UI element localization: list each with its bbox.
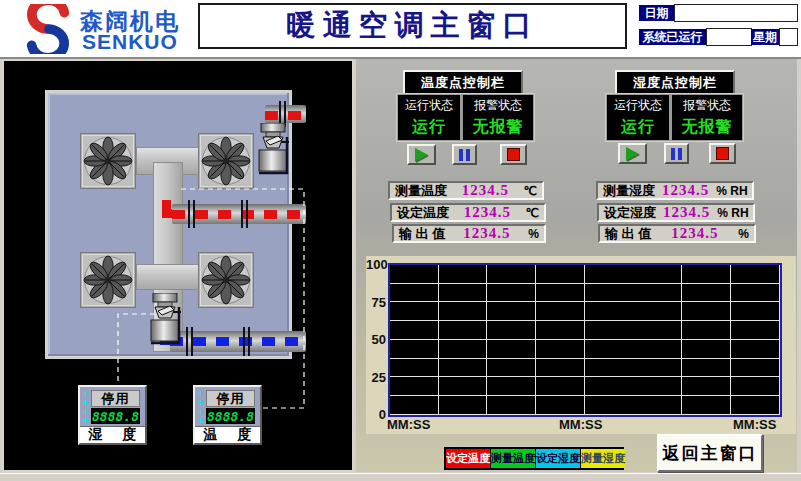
meter-label: 湿 度 <box>80 426 145 443</box>
y-axis-tick: 0 <box>366 407 386 422</box>
valve-icon <box>256 123 290 175</box>
legend-measured-humidity[interactable]: 测量湿度 <box>581 449 625 468</box>
measured-humidity-row: 测量湿度 1234.5 % RH <box>596 181 754 200</box>
temperature-control-bar-title: 温度点控制栏 <box>403 70 523 95</box>
duct-bottom <box>136 264 200 290</box>
play-icon <box>415 148 428 162</box>
runtime-label: 系统已运行 <box>639 29 706 45</box>
set-humidity-row: 设定湿度 1234.5 % RH <box>597 203 755 222</box>
play-icon <box>626 147 639 161</box>
date-label: 日期 <box>639 5 674 21</box>
x-axis-tick: MM:SS <box>387 417 430 432</box>
y-axis-tick: 50 <box>366 332 386 347</box>
fan-icon <box>80 133 136 189</box>
legend-set-temperature[interactable]: 设定温度 <box>446 449 490 468</box>
fan-icon <box>198 252 254 308</box>
return-main-window-button[interactable]: 返回主窗口 <box>657 434 763 472</box>
hvac-diagram-panel: ++ ++ 停用 8888.8 湿 度 ++ ++ 停用 8888.8 温 度 <box>2 59 354 472</box>
alarm-status-label: 报警状态 <box>683 97 731 114</box>
humidity-stop-button[interactable] <box>709 143 736 164</box>
stop-icon <box>507 148 520 161</box>
control-panel: 温度点控制栏 运行状态 运行 报警状态 无报警 测量温度 1234.5 ℃ 设定… <box>356 59 797 472</box>
y-axis-tick: 25 <box>366 370 386 385</box>
trend-plot-area <box>388 263 782 417</box>
pipe-flange <box>188 200 195 228</box>
header-bar: 森阔机电 SENKUO 暖通空调主窗口 日期 系统已运行 星期 <box>0 0 801 59</box>
humidity-meter: ++ ++ 停用 8888.8 湿 度 <box>78 385 147 445</box>
meter-tick-marks: ++ ++ <box>197 390 205 426</box>
temperature-stop-button[interactable] <box>500 144 527 165</box>
run-status-value: 运行 <box>621 117 655 138</box>
meter-label: 温 度 <box>195 426 260 443</box>
run-status-label: 运行状态 <box>614 97 662 114</box>
y-axis-tick: 75 <box>366 295 386 310</box>
runtime-field <box>706 28 752 46</box>
run-status-label: 运行状态 <box>405 97 453 114</box>
meter-tick-marks: ++ ++ <box>82 390 90 426</box>
alarm-status-box: 报警状态 无报警 <box>463 95 533 140</box>
valve-icon <box>148 293 182 345</box>
pipe-flange <box>241 200 248 228</box>
meter-status: 停用 <box>206 390 255 407</box>
alarm-status-box: 报警状态 无报警 <box>672 95 742 140</box>
bottom-strip <box>0 473 801 481</box>
humidity-start-button[interactable] <box>618 143 647 164</box>
window-title-box: 暖通空调主窗口 <box>198 3 627 49</box>
temperature-pause-button[interactable] <box>452 144 477 165</box>
trend-chart-panel: 100 75 50 25 0 MM:SS MM:SS MM:SS <box>366 256 796 434</box>
week-field <box>779 28 798 46</box>
senkuo-logo-icon <box>20 4 76 54</box>
page-title: 暖通空调主窗口 <box>287 6 539 46</box>
measured-temperature-row: 测量温度 1234.5 ℃ <box>388 181 544 200</box>
temperature-output-row: 输 出 值 1234.5 % <box>392 224 546 243</box>
humidity-control-bar-title: 湿度点控制栏 <box>615 70 735 95</box>
humidity-pause-button[interactable] <box>664 143 689 164</box>
run-status-value: 运行 <box>412 117 446 138</box>
humidity-status-group: 运行状态 运行 报警状态 无报警 <box>605 93 744 142</box>
temperature-meter: ++ ++ 停用 8888.8 温 度 <box>193 385 262 445</box>
humidity-output-row: 输 出 值 1234.5 % <box>598 224 756 243</box>
week-label: 星期 <box>751 29 779 45</box>
temperature-status-group: 运行状态 运行 报警状态 无报警 <box>396 93 535 142</box>
run-status-box: 运行状态 运行 <box>607 95 669 140</box>
alarm-status-label: 报警状态 <box>474 97 522 114</box>
fan-icon <box>80 252 136 308</box>
meter-value: 8888.8 <box>91 408 140 424</box>
company-name-en: SENKUO <box>82 30 178 54</box>
set-temperature-row: 设定温度 1234.5 ℃ <box>390 203 546 222</box>
run-status-box: 运行状态 运行 <box>398 95 460 140</box>
meter-value: 8888.8 <box>206 408 255 424</box>
x-axis-tick: MM:SS <box>559 417 602 432</box>
alarm-status-value: 无报警 <box>473 117 524 138</box>
chart-legend: 设定温度 测量温度 设定湿度 测量湿度 <box>443 446 625 471</box>
pause-icon <box>459 149 470 161</box>
alarm-status-value: 无报警 <box>682 117 733 138</box>
x-axis-tick: MM:SS <box>733 417 776 432</box>
legend-measured-temperature[interactable]: 测量温度 <box>491 449 535 468</box>
legend-set-humidity[interactable]: 设定湿度 <box>536 449 580 468</box>
stop-icon <box>716 147 729 160</box>
y-axis-tick: 100 <box>366 257 386 272</box>
pipe-flange <box>243 327 250 356</box>
meter-status: 停用 <box>91 390 140 407</box>
date-field <box>674 4 798 22</box>
temperature-start-button[interactable] <box>407 144 436 165</box>
pipe-flange <box>186 327 193 356</box>
pause-icon <box>671 148 682 160</box>
fan-icon <box>198 133 254 189</box>
